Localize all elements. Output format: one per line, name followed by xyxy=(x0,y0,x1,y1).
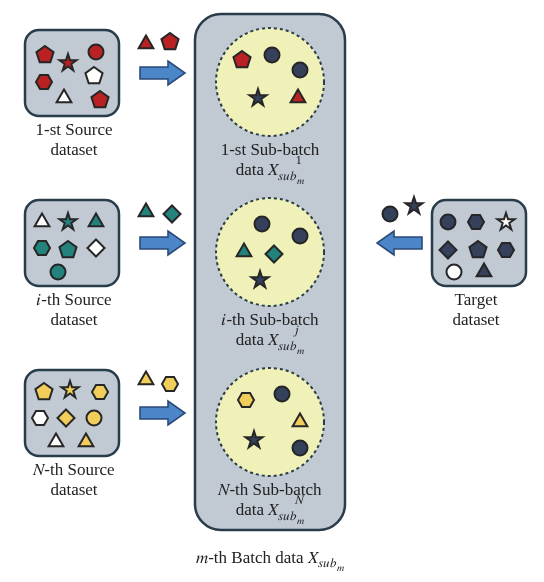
source1-label: 1-st Sourcedataset xyxy=(4,120,144,161)
target-label: Targetdataset xyxy=(406,290,544,331)
sub-batch-1 xyxy=(216,28,324,136)
subi-label: 𝑖-th Sub-batch data 𝑋𝑗𝑠𝑢𝑏𝑚 xyxy=(200,310,340,356)
arrowt-shapes xyxy=(383,197,423,222)
arrow-target xyxy=(377,231,422,255)
sourcen-label: 𝑁-th Sourcedataset xyxy=(4,460,144,501)
sub-batch-n xyxy=(216,368,324,476)
sub1-label: 1-st Sub-batch data 𝑋1𝑠𝑢𝑏𝑚 xyxy=(200,140,340,186)
arrow-sourcen xyxy=(140,401,185,425)
arrow-sourcei xyxy=(140,231,185,255)
arrow1-shapes xyxy=(139,33,179,49)
arrown-shapes xyxy=(139,372,178,391)
batch-label: 𝑚-th Batch data 𝑋𝑠𝑢𝑏𝑚 xyxy=(140,548,400,573)
arrowi-shapes xyxy=(139,204,181,223)
subn-label: 𝑁-th Sub-batch data 𝑋𝑁𝑠𝑢𝑏𝑚 xyxy=(200,480,340,526)
arrow-source1 xyxy=(140,61,185,85)
sourcei-label: 𝑖-th Sourcedataset xyxy=(4,290,144,331)
